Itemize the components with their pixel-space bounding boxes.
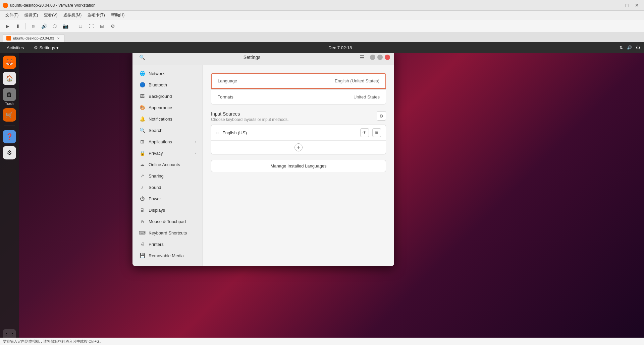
sound-icon: ♪ [139, 184, 145, 190]
sidebar-item-privacy[interactable]: 🔒 Privacy › [134, 147, 201, 159]
sidebar-label-network: Network [149, 71, 196, 76]
firefox-icon[interactable]: 🦊 [3, 56, 16, 69]
sidebar-label-privacy: Privacy [149, 151, 192, 156]
dock-item-appstore[interactable]: 🛒 [3, 108, 16, 122]
sidebar-item-background[interactable]: 🖼 Background [134, 90, 201, 102]
help-icon[interactable]: ❓ [3, 130, 16, 143]
tab-close-btn[interactable]: ✕ [56, 36, 61, 41]
sidebar-label-online-accounts: Online Accounts [149, 162, 196, 167]
printers-icon: 🖨 [139, 241, 145, 247]
manage-installed-languages-btn[interactable]: Manage Installed Languages [211, 160, 386, 172]
topbar-settings-arrow: ▾ [56, 45, 59, 50]
sidebar-item-keyboard[interactable]: ⌨ Keyboard Shortcuts [134, 227, 201, 238]
sidebar-item-applications[interactable]: ⊞ Applications › [134, 136, 201, 147]
sidebar-item-network[interactable]: 🌐 Network [134, 68, 201, 79]
drag-handle-icon[interactable]: ⠿ [216, 130, 219, 135]
toolbar-fullscreen-btn[interactable]: ⛶ [87, 21, 96, 31]
sidebar-item-search[interactable]: 🔍 Search [134, 125, 201, 136]
vmware-tab[interactable]: ubuntu-desktop-20.04.03 ✕ [3, 34, 64, 42]
activities-btn[interactable]: Activities [4, 45, 26, 51]
sidebar-label-sound: Sound [149, 185, 196, 190]
vmware-minimize-btn[interactable]: — [612, 1, 621, 10]
menu-edit[interactable]: 编辑(E) [22, 12, 41, 19]
language-label: Language [218, 78, 237, 83]
sidebar-label-sharing: Sharing [149, 174, 196, 179]
sidebar-item-bluetooth[interactable]: 🔵 Bluetooth [134, 79, 201, 90]
dock-item-help[interactable]: ❓ [3, 130, 16, 143]
toolbar-sep2 [73, 23, 73, 29]
files-icon[interactable]: 🏠 [3, 72, 16, 85]
vmware-maximize-btn[interactable]: □ [623, 1, 631, 10]
settings-close-btn[interactable] [385, 55, 390, 60]
sidebar-label-printers: Printers [149, 242, 196, 247]
toolbar-settings-btn[interactable]: ⚙ [108, 21, 117, 31]
trash-icon[interactable]: 🗑 [3, 88, 16, 101]
ubuntu-dock: 🦊 🏠 🗑 Trash 🛒 ❓ ⚙ ⋮⋮ [0, 53, 19, 345]
topbar-power-icon[interactable]: ⏻ [636, 45, 640, 50]
menu-vm[interactable]: 虚拟机(M) [61, 12, 84, 19]
toolbar-send-ctrl-btn[interactable]: ⎋ [29, 21, 38, 31]
sidebar-item-mouse[interactable]: 🖱 Mouse & Touchpad [134, 216, 201, 227]
topbar-settings-btn[interactable]: ⚙ Settings ▾ [32, 45, 61, 51]
topbar-volume-icon[interactable]: 🔊 [627, 45, 632, 50]
vmware-titlebar: ubuntu-desktop-20.04.03 - VMware Worksta… [0, 0, 644, 11]
privacy-chevron: › [195, 151, 196, 155]
input-sources-title-block: Input Sources Choose keyboard layouts or… [211, 111, 288, 122]
network-icon: 🌐 [139, 70, 145, 76]
input-sources-subtitle: Choose keyboard layouts or input methods… [211, 117, 288, 122]
settings-menu-btn[interactable]: ☰ [357, 52, 367, 63]
menu-view[interactable]: 查看(V) [41, 12, 60, 19]
sidebar-item-removable-media[interactable]: 💾 Removable Media [134, 250, 201, 261]
settings-maximize-btn[interactable] [377, 55, 383, 60]
menu-file[interactable]: 文件(F) [3, 12, 21, 19]
sidebar-item-printers[interactable]: 🖨 Printers [134, 238, 201, 250]
add-input-source-row[interactable]: + [211, 141, 386, 154]
dock-item-settings[interactable]: ⚙ [3, 146, 16, 159]
input-sources-header: Input Sources Choose keyboard layouts or… [211, 111, 386, 122]
toolbar-snap-btn[interactable]: 📷 [61, 21, 70, 31]
sidebar-item-appearance[interactable]: 🎨 Appearance [134, 102, 201, 113]
toolbar-view-btn[interactable]: □ [76, 21, 85, 31]
sidebar-item-displays[interactable]: 🖥 Displays [134, 204, 201, 216]
topbar-left: Activities ⚙ Settings ▾ [4, 45, 61, 51]
dock-item-trash[interactable]: 🗑 Trash [3, 88, 16, 106]
dock-item-files[interactable]: 🏠 [3, 72, 16, 85]
sidebar-label-notifications: Notifications [149, 117, 196, 122]
input-source-preview-btn[interactable]: 👁 [360, 128, 369, 137]
topbar-network-icon[interactable]: ⇅ [620, 45, 623, 50]
settings-search-btn[interactable]: 🔍 [137, 52, 147, 63]
sidebar-label-removable-media: Removable Media [149, 253, 196, 258]
input-sources-gear-btn[interactable]: ⚙ [377, 111, 386, 121]
add-input-source-btn[interactable]: + [294, 143, 303, 151]
language-row[interactable]: Language English (United States) [211, 73, 386, 89]
formats-value: United States [354, 94, 380, 99]
tab-vm-icon [6, 36, 11, 41]
displays-icon: 🖥 [139, 207, 145, 213]
sidebar-item-online-accounts[interactable]: ☁ Online Accounts [134, 159, 201, 170]
menu-tabs[interactable]: 选项卡(T) [85, 12, 107, 19]
sidebar-item-power[interactable]: ⏻ Power [134, 193, 201, 204]
topbar-datetime[interactable]: Dec 7 02:18 [328, 45, 352, 50]
formats-label: Formats [217, 94, 233, 99]
settings-minimize-btn[interactable] [370, 55, 375, 60]
toolbar-power-btn[interactable]: ▶ [3, 21, 12, 31]
toolbar-usb-btn[interactable]: ⬡ [50, 21, 59, 31]
dock-item-firefox[interactable]: 🦊 [3, 56, 16, 69]
vmware-tabbar: ubuntu-desktop-20.04.03 ✕ [0, 32, 644, 42]
input-source-delete-btn[interactable]: 🗑 [372, 128, 381, 137]
dock-settings-icon[interactable]: ⚙ [3, 146, 16, 159]
tab-label: ubuntu-desktop-20.04.03 [13, 36, 54, 40]
vmware-close-btn[interactable]: ✕ [633, 1, 641, 10]
sidebar-item-sound[interactable]: ♪ Sound [134, 182, 201, 193]
sidebar-item-notifications[interactable]: 🔔 Notifications [134, 113, 201, 125]
settings-title: Settings [150, 55, 354, 60]
sidebar-item-sharing[interactable]: ↗ Sharing [134, 170, 201, 182]
toolbar-pause-btn[interactable]: ⏸ [13, 21, 23, 31]
sidebar-label-appearance: Appearance [149, 105, 196, 110]
vmware-title-left: ubuntu-desktop-20.04.03 - VMware Worksta… [3, 3, 96, 8]
appstore-icon[interactable]: 🛒 [3, 108, 16, 122]
toolbar-unity-btn[interactable]: ⊞ [97, 21, 107, 31]
formats-row[interactable]: Formats United States [211, 89, 386, 105]
toolbar-vol-btn[interactable]: 🔊 [39, 21, 49, 31]
menu-help[interactable]: 帮助(H) [108, 12, 127, 19]
